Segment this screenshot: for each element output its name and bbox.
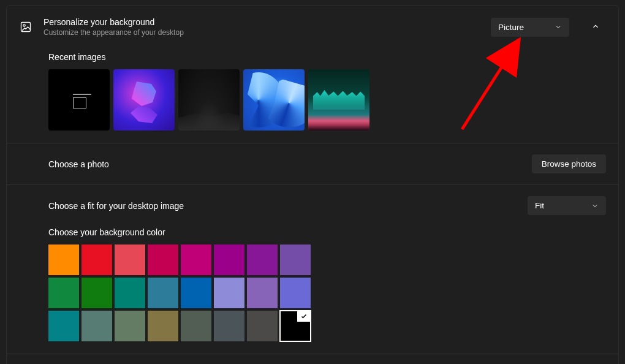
fit-dropdown-value: Fit	[535, 201, 544, 210]
choose-fit-row: Choose a fit for your desktop image Fit	[7, 184, 618, 221]
color-swatch[interactable]	[214, 278, 244, 308]
collapse-button[interactable]	[585, 17, 606, 37]
color-swatch[interactable]	[81, 311, 112, 341]
color-swatch[interactable]	[280, 311, 311, 341]
recent-image-thumb[interactable]	[113, 69, 175, 131]
color-swatch[interactable]	[247, 245, 278, 275]
background-color-grid	[48, 245, 343, 341]
color-swatch[interactable]	[115, 245, 145, 275]
personalize-background-panel: Personalize your background Customize th…	[6, 5, 619, 364]
recent-images-section: Recent images	[7, 48, 618, 143]
svg-point-1	[23, 25, 25, 26]
color-swatch[interactable]	[280, 278, 311, 308]
choose-fit-label: Choose a fit for your desktop image	[48, 201, 184, 211]
color-swatch[interactable]	[81, 245, 112, 275]
recent-image-thumb[interactable]	[48, 69, 110, 131]
panel-title: Personalize your background	[44, 17, 184, 27]
checkmark-icon	[297, 311, 311, 322]
color-swatch[interactable]	[48, 278, 79, 308]
background-type-dropdown[interactable]: Picture	[491, 18, 569, 37]
color-swatch[interactable]	[214, 311, 244, 341]
chevron-down-icon	[555, 23, 562, 31]
fit-dropdown[interactable]: Fit	[528, 196, 606, 215]
chevron-up-icon	[591, 22, 600, 32]
panel-subtitle: Customize the appearance of your desktop	[44, 28, 184, 37]
recent-image-thumb[interactable]	[308, 69, 369, 131]
recent-images-list	[48, 69, 606, 131]
color-swatch[interactable]	[181, 311, 211, 341]
color-swatch[interactable]	[247, 311, 278, 341]
choose-photo-label: Choose a photo	[48, 159, 109, 169]
panel-header: Personalize your background Customize th…	[7, 6, 618, 48]
background-type-value: Picture	[498, 23, 524, 32]
recent-images-label: Recent images	[48, 52, 606, 62]
color-swatch[interactable]	[247, 278, 278, 308]
picture-icon	[19, 20, 32, 34]
recent-image-thumb[interactable]	[178, 69, 240, 131]
color-swatch[interactable]	[48, 311, 79, 341]
background-color-section: Choose your background color	[7, 221, 618, 354]
chevron-down-icon	[591, 202, 599, 210]
panel-header-text: Personalize your background Customize th…	[44, 17, 184, 37]
recent-image-thumb[interactable]	[243, 69, 305, 131]
color-swatch[interactable]	[48, 245, 79, 275]
choose-photo-row: Choose a photo Browse photos	[7, 143, 618, 184]
color-swatch[interactable]	[81, 278, 112, 308]
background-color-label: Choose your background color	[48, 227, 606, 237]
custom-colors-row: Custom colors View colors	[7, 354, 618, 364]
color-swatch[interactable]	[214, 245, 244, 275]
color-swatch[interactable]	[115, 311, 145, 341]
color-swatch[interactable]	[148, 278, 178, 308]
browse-photos-button[interactable]: Browse photos	[532, 154, 606, 173]
color-swatch[interactable]	[181, 245, 211, 275]
color-swatch[interactable]	[148, 245, 178, 275]
color-swatch[interactable]	[148, 311, 178, 341]
color-swatch[interactable]	[181, 278, 211, 308]
color-swatch[interactable]	[115, 278, 145, 308]
color-swatch[interactable]	[280, 245, 311, 275]
